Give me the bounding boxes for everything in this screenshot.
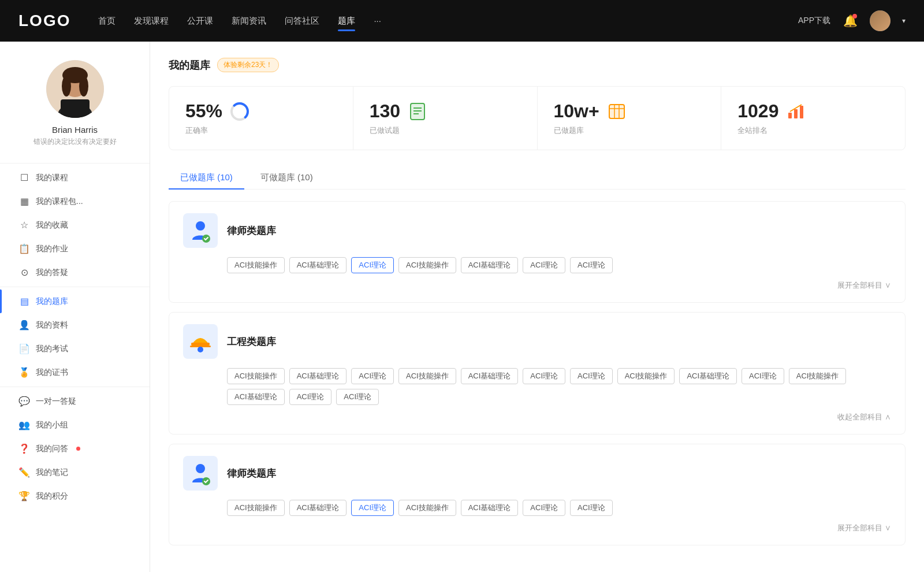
sidebar-label-questions: 我的答疑 <box>36 268 68 278</box>
stat-qdone-top: 130 <box>370 101 521 122</box>
tag-1-8[interactable]: ACI基础理论 <box>679 368 737 384</box>
nav-link-news[interactable]: 新闻资讯 <box>232 13 266 29</box>
bank-card-engineer: 工程类题库 ACI技能操作ACI基础理论ACI理论ACI技能操作ACI基础理论A… <box>169 312 906 434</box>
tag-1-9[interactable]: ACI理论 <box>742 368 784 384</box>
sidebar-item-my-qa[interactable]: ❓ 我的问答 <box>0 437 150 460</box>
stat-accuracy-value: 55% <box>185 101 222 122</box>
sidebar-item-group[interactable]: 👥 我的小组 <box>0 413 150 437</box>
stat-questions-done: 130 已做试题 <box>353 87 538 150</box>
banks-done-icon <box>606 101 627 122</box>
sidebar-label-notes: 我的笔记 <box>36 467 68 478</box>
nav-link-more[interactable]: ··· <box>374 13 381 29</box>
sidebar-item-course-package[interactable]: ▦ 我的课程包... <box>0 190 150 213</box>
sidebar-item-points[interactable]: 🏆 我的积分 <box>0 484 150 508</box>
bank-footer-3: 展开全部科目 ∨ <box>183 523 891 533</box>
nav-link-discover[interactable]: 发现课程 <box>134 13 169 29</box>
sidebar-item-certificate[interactable]: 🏅 我的证书 <box>0 361 150 384</box>
tag-2-5[interactable]: ACI理论 <box>523 500 565 516</box>
page-header: 我的题库 体验剩余23天！ <box>169 58 906 72</box>
tag-1-2[interactable]: ACI理论 <box>351 368 394 384</box>
stat-rank-label: 全站排名 <box>737 125 889 136</box>
sidebar-label-points: 我的积分 <box>36 491 68 502</box>
bank-icon-engineer <box>183 324 218 359</box>
tab-available[interactable]: 可做题库 (10) <box>249 166 325 189</box>
sidebar-label-profile: 我的资料 <box>36 320 68 330</box>
nav-link-qa[interactable]: 问答社区 <box>285 13 319 29</box>
tag-2-0[interactable]: ACI技能操作 <box>227 500 285 516</box>
tag-1-12[interactable]: ACI理论 <box>289 389 332 405</box>
sidebar-item-tutoring[interactable]: 💬 一对一答疑 <box>0 389 150 413</box>
sidebar-item-favorites[interactable]: ☆ 我的收藏 <box>0 213 150 237</box>
tag-0-4[interactable]: ACI基础理论 <box>461 257 519 273</box>
avatar[interactable] <box>870 10 891 31</box>
expand-link-2[interactable]: 收起全部科目 ∧ <box>837 412 891 422</box>
svg-rect-24 <box>191 343 210 346</box>
stat-accuracy: 55% 正确率 <box>169 87 353 150</box>
tag-0-3[interactable]: ACI技能操作 <box>398 257 456 273</box>
sidebar-item-profile[interactable]: 👤 我的资料 <box>0 313 150 337</box>
homework-icon: 📋 <box>18 243 30 254</box>
tag-0-0[interactable]: ACI技能操作 <box>227 257 285 273</box>
svg-point-26 <box>198 347 203 352</box>
accuracy-icon <box>229 101 250 122</box>
tag-1-0[interactable]: ACI技能操作 <box>227 368 285 384</box>
divider2 <box>0 287 150 287</box>
tab-done[interactable]: 已做题库 (10) <box>169 166 244 189</box>
sidebar-item-notes[interactable]: ✏️ 我的笔记 <box>0 460 150 484</box>
divider <box>0 163 150 164</box>
lawyer-icon-svg-2 <box>188 460 213 486</box>
trial-badge: 体验剩余23天！ <box>217 58 279 72</box>
bank-tags-3: ACI技能操作ACI基础理论ACI理论ACI技能操作ACI基础理论ACI理论AC… <box>183 500 891 516</box>
nav-link-question-bank[interactable]: 题库 <box>338 13 355 29</box>
tag-1-11[interactable]: ACI基础理论 <box>227 389 285 405</box>
tag-1-5[interactable]: ACI理论 <box>523 368 565 384</box>
bank-tags-2: ACI技能操作ACI基础理论ACI理论ACI技能操作ACI基础理论ACI理论AC… <box>183 368 891 405</box>
tag-1-13[interactable]: ACI理论 <box>336 389 379 405</box>
sidebar-avatar <box>46 60 104 118</box>
notification-bell[interactable]: 🔔 <box>842 13 858 29</box>
bank-footer-2: 收起全部科目 ∧ <box>183 412 891 422</box>
tag-0-1[interactable]: ACI基础理论 <box>289 257 347 273</box>
tag-2-3[interactable]: ACI技能操作 <box>398 500 456 516</box>
sidebar-label-certificate: 我的证书 <box>36 367 68 378</box>
tag-1-1[interactable]: ACI基础理论 <box>289 368 347 384</box>
tag-1-4[interactable]: ACI基础理论 <box>461 368 519 384</box>
sidebar-item-question-bank[interactable]: ▤ 我的题库 <box>0 289 150 313</box>
sidebar-item-courses[interactable]: ☐ 我的课程 <box>0 166 150 190</box>
svg-rect-6 <box>61 99 90 118</box>
lawyer-icon-svg <box>188 218 213 243</box>
stat-site-rank: 1029 全站排名 <box>721 87 905 150</box>
tag-2-1[interactable]: ACI基础理论 <box>289 500 347 516</box>
nav-link-home[interactable]: 首页 <box>98 13 116 29</box>
bank-header-2: 工程类题库 <box>183 324 891 359</box>
expand-link-1[interactable]: 展开全部科目 ∨ <box>837 280 891 291</box>
tag-1-7[interactable]: ACI技能操作 <box>617 368 675 384</box>
stat-qdone-value: 130 <box>370 101 400 122</box>
stat-qdone-label: 已做试题 <box>370 125 521 136</box>
expand-link-3[interactable]: 展开全部科目 ∨ <box>837 523 891 533</box>
chevron-down-icon[interactable]: ▾ <box>902 17 906 25</box>
bank-name-2: 工程类题库 <box>227 335 276 348</box>
tag-1-10[interactable]: ACI技能操作 <box>789 368 847 384</box>
star-icon: ☆ <box>18 220 30 231</box>
tag-0-6[interactable]: ACI理论 <box>570 257 613 273</box>
nav-link-opencourse[interactable]: 公开课 <box>187 13 213 29</box>
bank-icon-lawyer-2 <box>183 456 218 491</box>
stat-bdone-label: 已做题库 <box>554 125 705 136</box>
tag-0-5[interactable]: ACI理论 <box>523 257 565 273</box>
tag-2-2[interactable]: ACI理论 <box>351 500 394 516</box>
sidebar-item-exam[interactable]: 📄 我的考试 <box>0 337 150 361</box>
tag-2-6[interactable]: ACI理论 <box>570 500 613 516</box>
course-package-icon: ▦ <box>18 196 30 207</box>
tabs-row: 已做题库 (10) 可做题库 (10) <box>169 166 906 190</box>
tag-1-6[interactable]: ACI理论 <box>570 368 613 384</box>
tag-2-4[interactable]: ACI基础理论 <box>461 500 519 516</box>
sidebar-item-questions[interactable]: ⊙ 我的答疑 <box>0 261 150 284</box>
stat-accuracy-label: 正确率 <box>185 125 337 136</box>
tag-1-3[interactable]: ACI技能操作 <box>398 368 456 384</box>
svg-point-27 <box>196 464 205 473</box>
app-download-button[interactable]: APP下载 <box>798 16 830 26</box>
tag-0-2[interactable]: ACI理论 <box>351 257 394 273</box>
bank-name-1: 律师类题库 <box>227 224 276 237</box>
sidebar-item-homework[interactable]: 📋 我的作业 <box>0 237 150 261</box>
